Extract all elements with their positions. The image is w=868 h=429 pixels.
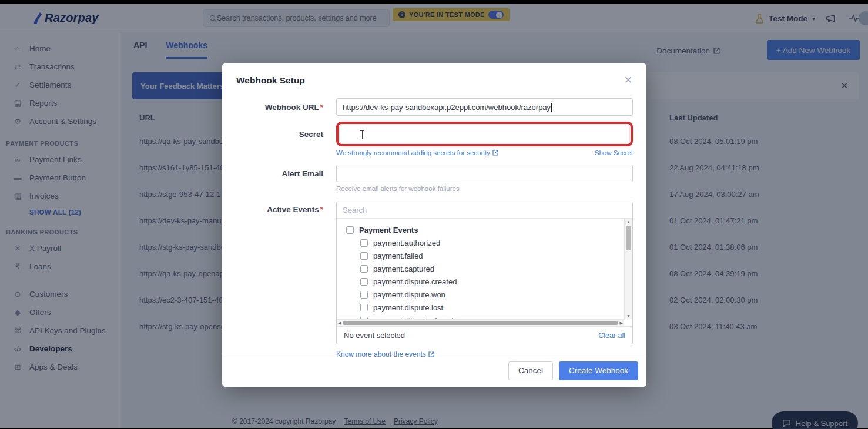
checkbox[interactable]	[346, 226, 354, 234]
events-status: No event selected	[344, 331, 405, 340]
show-secret-link[interactable]: Show Secret	[595, 149, 633, 156]
required-mark: *	[320, 205, 323, 214]
scroll-up-arrow[interactable]: ▲	[625, 220, 632, 224]
scrollbar-thumb[interactable]	[626, 226, 631, 250]
alert-email-label: Alert Email	[222, 169, 323, 178]
secret-hint-row: We strongly recommend adding secrets for…	[222, 146, 646, 156]
horizontal-scrollbar[interactable]: ◀▶	[337, 319, 624, 326]
secret-security-text: We strongly recommend adding secrets for…	[336, 149, 490, 156]
cancel-button[interactable]: Cancel	[508, 361, 553, 380]
events-footer: No event selected Clear all	[337, 326, 632, 344]
active-events-label: Active Events*	[222, 205, 323, 214]
event-item[interactable]: payment.captured	[346, 262, 624, 275]
scrollbar-thumb[interactable]	[343, 321, 618, 325]
event-label: payment.failed	[373, 252, 423, 260]
checkbox[interactable]	[360, 252, 368, 260]
checkbox[interactable]	[360, 239, 368, 247]
alert-email-helper: Receive email alerts for webhook failure…	[336, 185, 633, 192]
alert-email-field[interactable]	[343, 169, 626, 178]
scroll-left-arrow[interactable]: ◀	[338, 321, 341, 326]
alert-email-input[interactable]	[336, 165, 633, 182]
webhook-url-label: Webhook URL*	[222, 103, 323, 112]
events-scroll-area: Payment Events payment.authorized paymen…	[337, 219, 632, 326]
alert-email-row: Alert Email	[222, 165, 646, 182]
event-item[interactable]: payment.dispute.lost	[346, 301, 624, 314]
razorpay-dashboard: Razorpay i YOU'RE IN TEST MODE Test Mode…	[0, 4, 868, 428]
secret-security-link[interactable]: We strongly recommend adding secrets for…	[336, 149, 498, 156]
text-caret	[551, 103, 552, 112]
active-events-row: Active Events* Payment Events payment.au…	[222, 202, 646, 358]
checkbox[interactable]	[360, 278, 368, 286]
events-search[interactable]	[337, 202, 632, 219]
webhook-url-input[interactable]: https://dev-ks-pay-sandboxapi.p2eppl.com…	[336, 98, 633, 116]
vertical-scrollbar[interactable]: ▲▼	[624, 219, 632, 319]
scroll-right-arrow[interactable]: ▶	[620, 321, 623, 326]
webhook-url-value: https://dev-ks-pay-sandboxapi.p2eppl.com…	[343, 103, 551, 112]
webhook-url-row: Webhook URL* https://dev-ks-pay-sandboxa…	[222, 98, 646, 116]
events-search-input[interactable]	[343, 206, 626, 214]
event-label: payment.dispute.created	[373, 277, 457, 286]
webhook-setup-modal: Webhook Setup ✕ Webhook URL* https://dev…	[222, 63, 646, 387]
alert-email-helper-row: Receive email alerts for webhook failure…	[222, 182, 646, 192]
event-group-payment-events[interactable]: Payment Events	[346, 223, 624, 236]
events-list: Payment Events payment.authorized paymen…	[337, 219, 624, 319]
event-label: payment.dispute.won	[373, 290, 445, 299]
event-label: payment.dispute.lost	[373, 303, 443, 312]
events-picker: Payment Events payment.authorized paymen…	[336, 202, 633, 344]
event-item[interactable]: payment.dispute.created	[346, 275, 624, 288]
event-item[interactable]: payment.dispute.won	[346, 288, 624, 301]
event-label: payment.captured	[373, 264, 434, 273]
secret-input[interactable]	[339, 125, 630, 143]
ibeam-cursor	[360, 130, 365, 139]
checkbox[interactable]	[360, 304, 368, 311]
event-label: payment.authorized	[373, 239, 440, 247]
create-webhook-button[interactable]: Create Webhook	[559, 361, 638, 380]
secret-row: Secret	[222, 122, 646, 146]
event-item[interactable]: payment.failed	[346, 249, 624, 262]
checkbox[interactable]	[360, 291, 368, 299]
scroll-down-arrow[interactable]: ▼	[625, 314, 632, 318]
close-icon[interactable]: ✕	[624, 74, 632, 86]
clear-all-link[interactable]: Clear all	[598, 331, 625, 340]
modal-footer: Cancel Create Webhook	[222, 354, 646, 387]
modal-title: Webhook Setup	[236, 75, 305, 86]
checkbox[interactable]	[360, 265, 368, 273]
secret-highlight-ring	[336, 122, 633, 146]
event-item[interactable]: payment.dispute.closed	[346, 314, 624, 319]
modal-header: Webhook Setup ✕	[222, 63, 646, 95]
event-item[interactable]: payment.authorized	[346, 236, 624, 249]
external-link-icon	[492, 150, 498, 156]
secret-label: Secret	[222, 130, 323, 139]
event-group-label: Payment Events	[359, 226, 418, 234]
required-mark: *	[320, 103, 323, 112]
